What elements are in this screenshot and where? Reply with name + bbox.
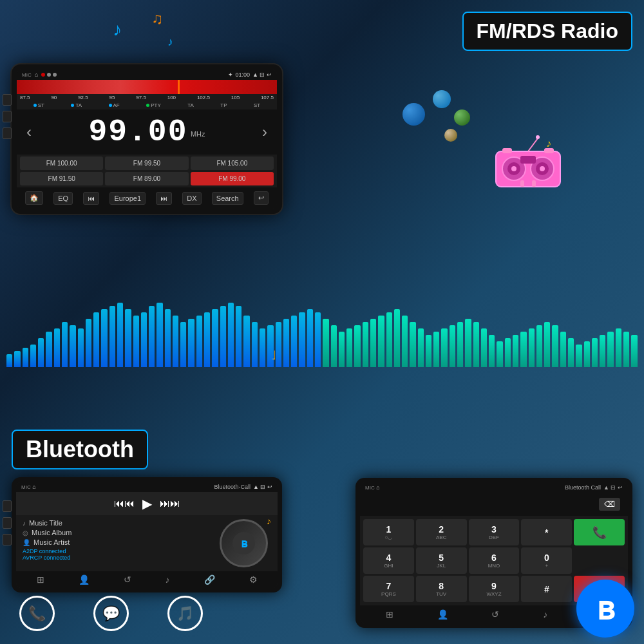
dial-0[interactable]: 0 + (521, 547, 572, 574)
dial-1[interactable]: 1 ○◡ (363, 519, 414, 545)
next-button[interactable]: ⏭ (156, 192, 172, 205)
dx-button[interactable]: DX (182, 192, 201, 205)
bt-next-button[interactable]: ⏭⏭ (160, 498, 180, 509)
a2dp-status: A2DP connected (23, 548, 213, 554)
preset-3[interactable]: FM 105.00 (191, 156, 274, 170)
dialpad-status-right: Bluetooth Call ▲ ⊟ ↩ (565, 484, 623, 491)
eq-bar (236, 306, 242, 367)
eq-bar (323, 319, 328, 367)
back-button[interactable]: ↩ (254, 191, 269, 205)
phone-icon-circle[interactable]: 📞 (19, 596, 55, 631)
dialpad-tool-refresh[interactable]: ↺ (491, 609, 499, 620)
dialpad-tool-music[interactable]: ♪ (543, 609, 547, 620)
dial-5[interactable]: 5 JKL (416, 547, 467, 574)
eq-bar (78, 328, 84, 367)
vinyl-note-decoration: ♪ (267, 516, 271, 526)
dialpad-mic-label: MIC (365, 485, 375, 491)
orb-decoration-3 (454, 109, 470, 126)
dialpad-tool-menu[interactable]: ⊞ (386, 609, 393, 620)
dialpad-tool-contacts[interactable]: 👤 (437, 609, 448, 620)
eq-bar (513, 335, 518, 367)
bt-tool-refresh[interactable]: ↺ (124, 574, 131, 585)
eq-bar (592, 338, 598, 367)
bt-nav-icons: ▲ ⊟ ↩ (253, 484, 272, 490)
eq-bar (38, 338, 44, 367)
bt-home-icon: ⌂ (32, 484, 35, 490)
eq-bar (109, 306, 115, 367)
eq-bar (457, 322, 463, 367)
eq-bar (165, 309, 171, 367)
dial-empty (574, 547, 625, 574)
eq-bar (101, 309, 107, 367)
eq-bar (339, 332, 345, 367)
eq-bar (536, 325, 542, 367)
eq-button[interactable]: EQ (53, 192, 73, 205)
eq-bar (86, 319, 91, 367)
dial-9[interactable]: 9 WXYZ (469, 576, 520, 602)
music-icon-circle[interactable]: 🎵 (167, 596, 203, 631)
bluetooth-section: Bluetooth MIC ⌂ Bluetooth-Call ▲ ⊟ ↩ (12, 430, 282, 592)
dialpad-status-left: MIC ⌂ (365, 484, 380, 491)
side-button-1[interactable] (3, 94, 12, 106)
bt-music-info: ♪ Music Title ◎ Music Album 👤 Music Arti… (16, 515, 278, 571)
dial-hash[interactable]: # (521, 576, 572, 602)
bt-tool-link[interactable]: 🔗 (204, 574, 215, 585)
svg-point-6 (540, 166, 545, 171)
eq-bar (346, 328, 352, 367)
message-icon-circle[interactable]: 💬 (93, 596, 129, 631)
eq-bar (520, 332, 526, 367)
bt-vinyl-center: ʙ (232, 532, 255, 554)
preset-5[interactable]: FM 89.00 (105, 172, 188, 185)
side-button-3[interactable] (3, 128, 12, 139)
status-icons: ▲ ⊟ ↩ (252, 71, 272, 78)
dial-8[interactable]: 8 TUV (416, 576, 467, 602)
svg-rect-11 (532, 180, 536, 187)
eq-bar (260, 328, 265, 367)
search-button[interactable]: Search (212, 192, 243, 205)
preset-4[interactable]: FM 91.50 (20, 172, 103, 185)
prev-button[interactable]: ⏮ (83, 192, 99, 205)
boombox-illustration: ♪ (489, 129, 567, 206)
next-freq-button[interactable]: › (262, 123, 267, 141)
eq-bar (46, 332, 52, 367)
home-button[interactable]: 🏠 (25, 191, 43, 205)
bt-side-btn-3[interactable] (3, 534, 12, 545)
dial-2[interactable]: 2 ABC (416, 519, 467, 545)
backspace-button[interactable]: ⌫ (599, 498, 620, 511)
eq-bar (378, 316, 384, 367)
dial-4[interactable]: 4 GHI (363, 547, 414, 574)
music-note-1: ♪ (113, 19, 122, 40)
phone-icon: 📞 (28, 605, 46, 622)
bt-tool-settings[interactable]: ⚙ (249, 574, 258, 585)
prev-freq-button[interactable]: ‹ (26, 123, 32, 141)
call-button[interactable]: 📞 (574, 519, 625, 545)
eq-bar (299, 312, 305, 367)
eq-bar (156, 303, 162, 367)
dial-star[interactable]: * (521, 519, 572, 545)
bt-tool-menu[interactable]: ⊞ (37, 574, 44, 585)
preset-2[interactable]: FM 99.50 (105, 156, 188, 170)
eq-bar (363, 322, 368, 367)
eq-bar (370, 319, 376, 367)
orb-decoration-2 (433, 90, 451, 108)
bt-side-btn-2[interactable] (3, 517, 12, 529)
preset-1[interactable]: FM 100.00 (20, 156, 103, 170)
dial-7[interactable]: 7 PQRS (363, 576, 414, 602)
bluetooth-big-circle[interactable]: ʙ (576, 580, 634, 638)
dial-6[interactable]: 6 MNO (469, 547, 520, 574)
dialpad-status-bar: MIC ⌂ Bluetooth Call ▲ ⊟ ↩ (360, 482, 628, 493)
bt-side-btn-1[interactable] (3, 500, 12, 512)
bt-play-button[interactable]: ▶ (142, 496, 152, 511)
svg-point-3 (511, 166, 516, 171)
eq-bar (489, 335, 495, 367)
eq-bar (600, 335, 605, 367)
side-button-2[interactable] (3, 111, 12, 122)
eq-bar (331, 325, 337, 367)
preset-6-active[interactable]: FM 99.00 (191, 172, 274, 185)
bt-prev-button[interactable]: ⏮⏮ (114, 498, 135, 509)
dial-3[interactable]: 3 DEF (469, 519, 520, 545)
bt-tool-music[interactable]: ♪ (166, 574, 170, 585)
bt-tool-contacts[interactable]: 👤 (79, 574, 90, 585)
bluetooth-screen: MIC ⌂ Bluetooth-Call ▲ ⊟ ↩ ⏮⏮ ▶ ⏭⏭ ♪ (12, 477, 282, 592)
eq-bar (552, 325, 558, 367)
